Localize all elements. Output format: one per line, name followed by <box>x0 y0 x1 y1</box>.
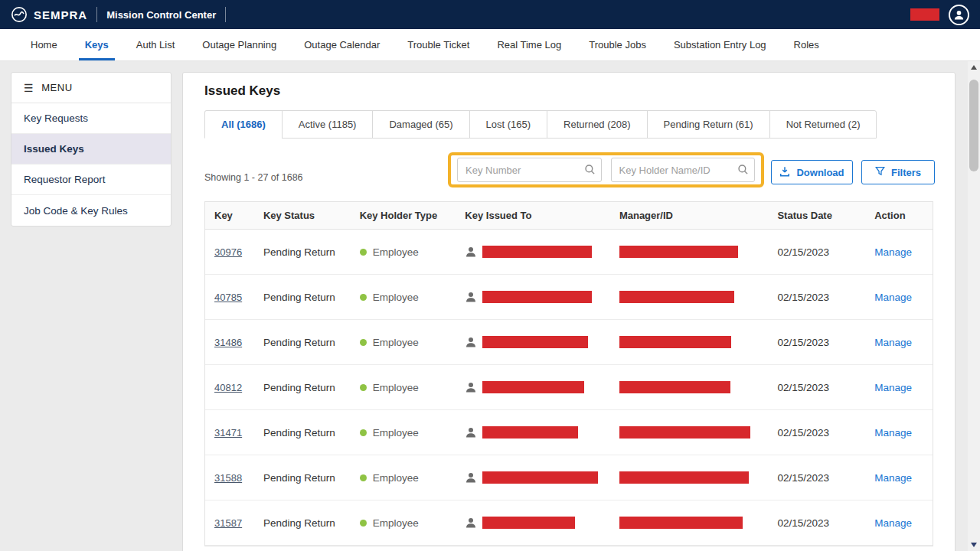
key-holder-type-cell: Employee <box>373 427 419 439</box>
key-holder-type-cell: Employee <box>373 472 419 484</box>
column-header: Status Date <box>768 210 865 221</box>
key-number-link[interactable]: 40785 <box>214 292 242 303</box>
nav-item-auth-list[interactable]: Auth List <box>122 29 189 60</box>
key-holder-type-cell: Employee <box>373 517 419 529</box>
scroll-up-button[interactable] <box>968 61 980 73</box>
redacted-manager-id <box>619 336 731 348</box>
redacted-manager-id <box>619 246 738 258</box>
redacted-key-issued-to <box>482 426 578 439</box>
sidebar: ☰ MENU Key Requests Issued Keys Requesto… <box>11 72 172 227</box>
scroll-down-button[interactable] <box>968 539 980 551</box>
sempra-logo-icon <box>11 6 28 23</box>
scrollbar-thumb[interactable] <box>969 80 978 171</box>
tab-all-1686-[interactable]: All (1686) <box>204 110 283 139</box>
key-holder-input[interactable] <box>611 158 756 182</box>
manage-link[interactable]: Manage <box>874 427 912 439</box>
redacted-key-issued-to <box>482 291 592 303</box>
manage-link[interactable]: Manage <box>874 292 912 303</box>
table-row: 31486 Pending Return Employee 02/15/2023… <box>205 320 933 365</box>
filters-button[interactable]: Filters <box>861 160 935 184</box>
nav-item-home[interactable]: Home <box>17 29 71 60</box>
sidebar-item-requestor-report[interactable]: Requestor Report <box>11 165 171 195</box>
holder-status-dot-icon <box>360 429 367 436</box>
key-number-link[interactable]: 40812 <box>214 382 242 393</box>
status-date-cell: 02/15/2023 <box>768 292 865 303</box>
key-number-input[interactable] <box>457 158 602 182</box>
redacted-key-issued-to <box>482 381 584 393</box>
tab-pending-return-61-[interactable]: Pending Return (61) <box>647 110 770 139</box>
nav-item-label: Trouble Jobs <box>589 39 646 51</box>
tab-label: Active (1185) <box>299 119 357 130</box>
nav-item-real-time-log[interactable]: Real Time Log <box>483 29 575 60</box>
key-status-cell: Pending Return <box>254 292 351 303</box>
nav-item-trouble-jobs[interactable]: Trouble Jobs <box>575 29 660 60</box>
nav-item-label: Home <box>31 39 57 51</box>
key-status-cell: Pending Return <box>254 517 351 529</box>
nav-item-roles[interactable]: Roles <box>780 29 833 60</box>
sidebar-item-key-requests[interactable]: Key Requests <box>11 103 171 134</box>
person-icon <box>465 517 477 529</box>
arrow-up-icon <box>971 65 977 70</box>
table-row: 31587 Pending Return Employee 02/15/2023… <box>205 500 933 546</box>
key-number-link[interactable]: 30976 <box>214 246 242 258</box>
key-number-link[interactable]: 31588 <box>214 472 242 484</box>
holder-status-dot-icon <box>360 474 367 481</box>
nav-item-trouble-ticket[interactable]: Trouble Ticket <box>394 29 483 60</box>
table-row: 40812 Pending Return Employee 02/15/2023… <box>205 365 933 410</box>
key-number-link[interactable]: 31486 <box>214 337 242 348</box>
tab-lost-165-[interactable]: Lost (165) <box>469 110 548 139</box>
showing-count: Showing 1 - 27 of 1686 <box>204 172 303 183</box>
manage-link[interactable]: Manage <box>874 472 912 484</box>
manage-link[interactable]: Manage <box>874 246 912 258</box>
manage-link[interactable]: Manage <box>874 337 912 348</box>
status-date-cell: 02/15/2023 <box>768 382 865 393</box>
redacted-manager-id <box>619 517 743 529</box>
person-icon <box>953 9 965 21</box>
sidebar-item-issued-keys[interactable]: Issued Keys <box>11 134 171 165</box>
redacted-manager-id <box>619 381 730 393</box>
redacted-manager-id <box>619 291 734 303</box>
manage-link[interactable]: Manage <box>874 382 912 393</box>
nav-item-label: Substation Entry Log <box>674 39 766 51</box>
column-header: Key Status <box>254 210 351 221</box>
key-number-link[interactable]: 31587 <box>214 517 242 529</box>
sidebar-items: Key Requests Issued Keys Requestor Repor… <box>11 103 171 226</box>
tab-active-1185-[interactable]: Active (1185) <box>282 110 374 139</box>
nav-item-outage-calendar[interactable]: Outage Calendar <box>290 29 394 60</box>
key-holder-type-cell: Employee <box>373 292 419 303</box>
status-date-cell: 02/15/2023 <box>768 337 865 348</box>
tab-returned-208-[interactable]: Returned (208) <box>547 110 647 139</box>
column-header: Action <box>865 210 933 221</box>
column-header: Key <box>205 210 254 221</box>
nav-item-substation-entry-log[interactable]: Substation Entry Log <box>660 29 780 60</box>
sidebar-menu-header[interactable]: ☰ MENU <box>11 73 171 103</box>
filters-label: Filters <box>891 167 921 178</box>
arrow-down-icon <box>971 543 977 547</box>
key-status-cell: Pending Return <box>254 246 351 258</box>
nav-item-keys[interactable]: Keys <box>71 29 122 60</box>
top-bar: SEMPRA Mission Control Center <box>0 0 980 29</box>
page-title: Issued Keys <box>204 83 933 99</box>
sidebar-item-job-code-key-rules[interactable]: Job Code & Key Rules <box>11 195 171 226</box>
nav-item-outage-planning[interactable]: Outage Planning <box>188 29 290 60</box>
tab-label: Damaged (65) <box>389 119 452 130</box>
tab-label: All (1686) <box>221 119 266 130</box>
key-number-link[interactable]: 31471 <box>214 427 242 439</box>
download-button[interactable]: Download <box>771 160 853 184</box>
redacted-key-issued-to <box>482 517 575 529</box>
user-avatar-button[interactable] <box>949 5 969 25</box>
tab-not-returned-2-[interactable]: Not Returned (2) <box>769 110 877 139</box>
holder-status-dot-icon <box>360 520 367 527</box>
sidebar-item-label: Job Code & Key Rules <box>24 205 128 217</box>
column-header: Key Holder Type <box>351 210 456 221</box>
person-icon <box>465 426 477 439</box>
nav-item-label: Trouble Ticket <box>407 39 469 51</box>
app-title: Mission Control Center <box>106 9 216 21</box>
manage-link[interactable]: Manage <box>874 517 912 529</box>
key-number-search <box>457 158 602 182</box>
tab-damaged-65-[interactable]: Damaged (65) <box>372 110 469 139</box>
key-holder-search <box>611 158 756 182</box>
key-holder-type-cell: Employee <box>373 337 419 348</box>
vertical-scrollbar[interactable] <box>968 61 980 551</box>
table-row: 40785 Pending Return Employee 02/15/2023… <box>205 275 933 320</box>
